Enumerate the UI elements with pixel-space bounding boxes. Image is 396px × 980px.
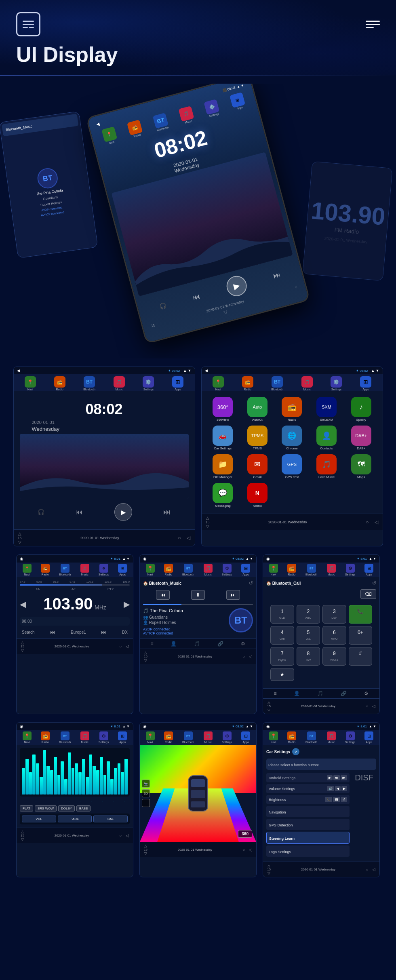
hero-section: Bluetooth_Music BT The Pina Colada Guard… [0,84,396,358]
apps-screen-card: ◀ ✶ 08:02 ▲ ▼ 📍Navi 📻Radio BTBluetooth 🎵… [201,367,383,546]
phone-btn-7[interactable]: 7PQRS [270,647,294,666]
screenshot-row-1: ◀ ✶ 08:02 ▲ ▼ 📍Navi 📻Radio BTBluetooth 🎵… [8,367,388,546]
header: UI Display [0,0,396,75]
bt-music-card: ◉ ✶ 08:02 ▲ ▼ 📍Navi 📻Radio BTBluetooth 🎵… [139,554,257,714]
side-mockup-left: Bluetooth_Music BT The Pina Colada Guard… [0,111,98,259]
phone-btn-5[interactable]: 5JKL [297,626,320,645]
car-settings-card: ◉ ✶ 8:01 ▲ ▼ 📍Navi 📻Radio BTBluetooth 🎵M… [263,722,380,877]
screenshot-row-3: ◉ ✶ 8:01 ▲ ▼ 📍Navi 📻Radio BTBluetooth 🎵M… [8,722,388,877]
page-title: UI Display [16,42,380,67]
nav-button[interactable] [366,21,380,28]
eq-flat-btn[interactable]: FLAT [20,805,33,811]
phone-btn-6[interactable]: 6MNO [322,626,346,645]
eq-fade-btn[interactable]: FADE [58,816,92,822]
phone-btn-0plus[interactable]: 0+ [349,626,373,645]
phone-btn-star[interactable]: ★ [270,668,294,681]
menu-button[interactable] [16,12,40,36]
radio-card: ◉ ✶ 8:01 ▲ ▼ 📍Navi 📻Radio BTBluetooth 🎵M… [16,554,133,714]
bt-call-card: ◉ ✶ 8:01 ▲ ▼ 📍Navi 📻Radio BTBluetooth 🎵M… [263,554,380,714]
phone-btn-hash[interactable]: # [349,647,373,666]
bt-play-btn[interactable]: ⏸ [191,590,205,600]
phone-btn-3[interactable]: 3DEF [322,605,346,624]
screenshot-row-2: ◉ ✶ 8:01 ▲ ▼ 📍Navi 📻Radio BTBluetooth 🎵M… [8,554,388,714]
phone-btn-1[interactable]: 1GLD [270,605,294,624]
home-screen-card: ◀ ✶ 08:02 ▲ ▼ 📍Navi 📻Radio BTBluetooth 🎵… [13,367,195,546]
eq-bal-btn[interactable]: BAL [93,816,128,822]
eq-vol-btn[interactable]: VOL [22,816,56,822]
phone-btn-2[interactable]: 2ABC [297,605,320,624]
header-divider [0,75,396,76]
phone-btn-8[interactable]: 8TUV [297,647,320,666]
call-answer-btn[interactable]: 📞 [349,605,373,624]
bt-prev-btn[interactable]: ⏮ [156,590,170,600]
screenshots-grid: ◀ ✶ 08:02 ▲ ▼ 📍Navi 📻Radio BTBluetooth 🎵… [0,362,396,889]
bt-next-btn[interactable]: ⏭ [226,590,240,600]
phone-btn-9[interactable]: 9WXYZ [322,647,346,666]
eq-srs-btn[interactable]: SRS WOW [35,805,57,811]
eq-bass-btn[interactable]: BASS [76,805,91,811]
hero-device: ◀ ⬛ 08:02 ▲ ▼ 📍 Navi 📻 Radio BT Bluetoot… [86,84,310,344]
camera-360-card: ◉ ✶ 08:02 ▲ ▼ 📍Navi 📻Radio BTBluetooth 🎵… [139,722,257,877]
eq-card: ◉ ✶ 8:01 ▲ ▼ 📍Navi 📻Radio BTBluetooth 🎵M… [16,722,133,877]
phone-btn-4[interactable]: 4GHI [270,626,294,645]
header-top [16,12,380,36]
eq-dolby-btn[interactable]: DOLBY [58,805,75,811]
side-mockup-right: 103.90 FM Radio 2020-01-01 Wednesday [302,161,393,281]
